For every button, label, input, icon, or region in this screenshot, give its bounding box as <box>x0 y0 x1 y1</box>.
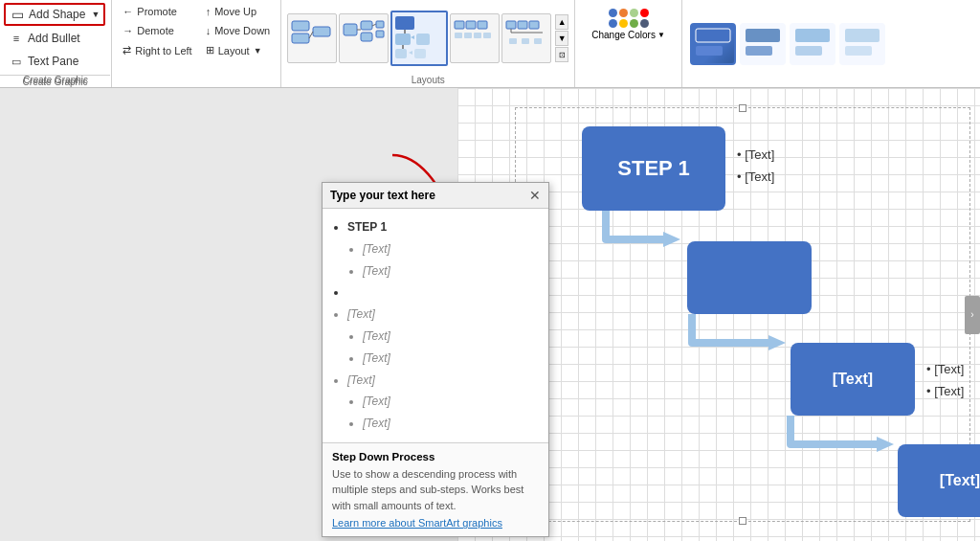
style-swatch-4[interactable] <box>839 23 885 65</box>
shape-icon: ▭ <box>10 7 25 22</box>
promote-button[interactable]: ← Promote <box>118 3 196 20</box>
step4-shape[interactable]: [Text] <box>898 444 980 517</box>
text-item-text1: [Text] <box>347 304 537 326</box>
svg-rect-34 <box>534 38 542 44</box>
step3-bullets: • [Text] • [Text] <box>926 358 964 403</box>
svg-marker-18 <box>409 51 412 55</box>
svg-rect-32 <box>509 38 517 44</box>
text-item-sub5: [Text] <box>363 391 537 413</box>
svg-rect-25 <box>474 33 481 38</box>
svg-rect-23 <box>455 33 462 38</box>
layout-thumb-4[interactable] <box>450 13 500 63</box>
learn-more-link[interactable]: Learn more about SmartArt graphics <box>332 517 502 529</box>
bullet-icon: ≡ <box>9 31 24 46</box>
svg-rect-11 <box>395 16 414 30</box>
move-up-button[interactable]: ↑ Move Up <box>201 3 276 20</box>
text-item-text2: [Text] <box>347 370 537 392</box>
add-bullet-button[interactable]: ≡ Add Bullet <box>4 28 105 49</box>
promote-icon: ← <box>122 6 133 17</box>
text-pane-content: STEP 1 [Text] [Text] [Text] [Text] [Text… <box>323 209 548 442</box>
svg-line-3 <box>309 32 313 38</box>
demote-button[interactable]: → Demote <box>118 22 196 39</box>
text-pane-button[interactable]: ▭ Text Pane <box>4 51 105 72</box>
svg-rect-29 <box>529 21 539 29</box>
text-item-sub3: [Text] <box>363 326 537 348</box>
movedown-icon: ↓ <box>206 25 212 36</box>
main-area: Type your text here ✕ STEP 1 [Text] [Tex… <box>0 88 980 541</box>
svg-rect-22 <box>478 21 487 29</box>
svg-rect-17 <box>416 34 430 45</box>
create-graphic-footer-label: Create Graphic <box>0 75 110 87</box>
connector3 <box>791 416 905 502</box>
style-swatch-2[interactable] <box>740 23 786 65</box>
svg-rect-41 <box>795 46 822 56</box>
step3-label: [Text] <box>833 371 873 388</box>
svg-rect-10 <box>376 31 384 37</box>
svg-rect-24 <box>464 33 472 38</box>
connector2 <box>692 314 807 400</box>
svg-rect-26 <box>483 33 491 38</box>
moveup-icon: ↑ <box>206 6 212 17</box>
svg-marker-44 <box>663 232 680 247</box>
style-swatch-3[interactable] <box>790 23 835 65</box>
layout-button[interactable]: ⊞ Layout ▼ <box>201 41 276 59</box>
rtl-icon: ⇄ <box>122 44 131 56</box>
layouts-group: ▲ ▼ ⊡ Layouts <box>281 0 575 87</box>
svg-rect-7 <box>361 33 372 41</box>
smartart-styles-group <box>682 0 893 87</box>
layout-thumb-2[interactable] <box>339 13 389 63</box>
change-colors-label: Change Colors ▼ <box>591 30 665 40</box>
step4-label: [Text] <box>940 472 980 489</box>
layout-icon: ⊞ <box>206 44 214 56</box>
layouts-scroll-up[interactable]: ▲ <box>555 14 568 30</box>
layouts-scroll-expand[interactable]: ⊡ <box>555 47 568 62</box>
text-item-empty <box>347 282 537 304</box>
svg-marker-45 <box>768 335 786 350</box>
style-swatch-1[interactable] <box>690 23 736 65</box>
svg-rect-35 <box>696 29 730 42</box>
text-pane-description: Step Down Process Use to show a descendi… <box>323 442 548 537</box>
layout-thumb-3[interactable] <box>390 11 448 66</box>
text-pane-close-button[interactable]: ✕ <box>529 188 541 203</box>
svg-rect-0 <box>292 21 309 31</box>
svg-rect-6 <box>361 21 372 30</box>
svg-rect-27 <box>506 21 516 29</box>
add-shape-button[interactable]: ▭ Add Shape ▼ <box>4 3 105 26</box>
svg-line-8 <box>372 24 376 26</box>
move-down-button[interactable]: ↓ Move Down <box>201 22 276 39</box>
text-pane-header: Type your text here ✕ <box>323 183 548 209</box>
text-item-sub2: [Text] <box>363 260 537 282</box>
step1-bullets: • [Text] • [Text] <box>737 144 774 189</box>
step2-shape[interactable] <box>687 241 812 314</box>
svg-rect-28 <box>518 21 527 29</box>
svg-marker-16 <box>411 35 414 39</box>
step1-shape[interactable]: STEP 1 <box>582 126 725 211</box>
demote-icon: → <box>122 25 133 36</box>
layouts-scroll-down[interactable]: ▼ <box>555 31 568 46</box>
description-body: Use to show a descending process with mu… <box>332 466 539 514</box>
right-to-left-button[interactable]: ⇄ Right to Left <box>118 41 196 59</box>
change-colors-group: Change Colors ▼ <box>575 0 682 87</box>
layout-thumb-5[interactable] <box>501 13 551 63</box>
step1-label: STEP 1 <box>617 156 689 181</box>
svg-rect-20 <box>455 21 464 29</box>
change-colors-button[interactable]: Change Colors ▼ <box>585 4 672 45</box>
text-pane-title: Type your text here <box>330 189 435 202</box>
layouts-label: Layouts <box>281 75 574 85</box>
svg-rect-12 <box>395 34 411 45</box>
pane-icon: ▭ <box>9 54 24 69</box>
svg-rect-33 <box>522 38 529 44</box>
text-item-sub1: [Text] <box>363 238 537 260</box>
svg-rect-21 <box>466 21 476 29</box>
svg-rect-1 <box>292 34 309 43</box>
canvas-scroll-handle[interactable]: › <box>965 296 980 334</box>
step3-shape[interactable]: [Text] <box>791 343 915 416</box>
layout-thumb-1[interactable] <box>287 13 337 63</box>
text-item-sub6: [Text] <box>363 413 537 435</box>
text-item-step1: STEP 1 <box>347 216 537 238</box>
ribbon: ▭ Add Shape ▼ ≡ Add Bullet ▭ Text Pane C… <box>0 0 980 88</box>
description-title: Step Down Process <box>332 451 539 462</box>
svg-rect-2 <box>313 27 330 36</box>
text-item-sub4: [Text] <box>363 348 537 370</box>
svg-rect-43 <box>845 46 872 56</box>
